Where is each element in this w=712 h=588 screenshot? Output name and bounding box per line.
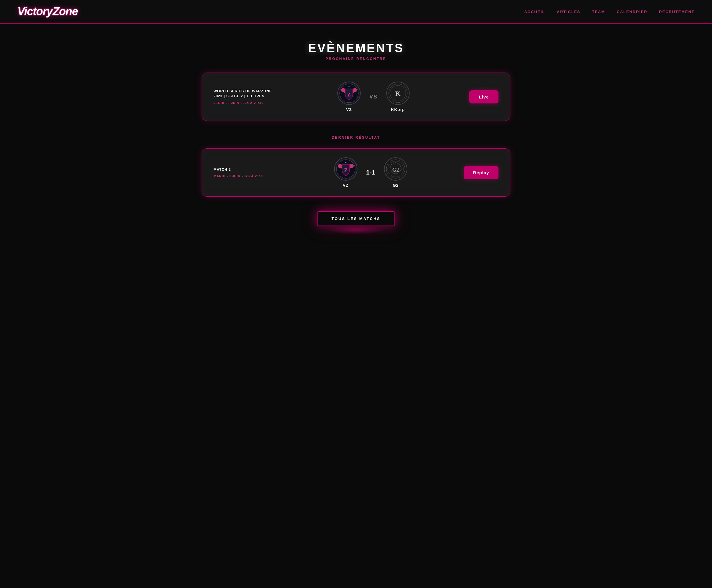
team-vz: Z VZ	[337, 82, 361, 112]
match-score: 1-1	[366, 169, 375, 176]
next-match-subtitle: PROCHAINE RENCONTRE	[201, 57, 511, 61]
logo: VictoryZone	[18, 5, 78, 18]
last-result-info: MATCH 2 MARDI 20 JUIN 2023 À 21:30	[214, 167, 278, 178]
g2-logo: G2	[384, 158, 407, 181]
vz-name: VZ	[346, 107, 352, 112]
g2-name: G2	[393, 183, 399, 188]
team-g2: G2 G2	[384, 158, 407, 188]
nav-links: ACCUEIL ARTICLES TEAM CALENDRIER RECRUTE…	[524, 9, 694, 14]
result-vz-name: VZ	[343, 183, 349, 188]
vz-logo: Z	[337, 82, 361, 105]
kkorp-logo: K	[386, 82, 410, 105]
next-match-tournament: WORLD SERIES OF WARZONE2023 | STAGE 2 | …	[214, 89, 278, 99]
all-matches-button[interactable]: TOUS LES MATCHS	[317, 211, 395, 226]
vs-label: VS	[369, 94, 377, 100]
next-match-info: WORLD SERIES OF WARZONE2023 | STAGE 2 | …	[214, 89, 278, 105]
result-vz-logo: Z	[334, 158, 358, 181]
navigation: VictoryZone ACCUEIL ARTICLES TEAM CALEND…	[0, 0, 712, 24]
next-match-card: WORLD SERIES OF WARZONE2023 | STAGE 2 | …	[201, 72, 511, 121]
team-kkorp: K KKorp	[386, 82, 410, 112]
kkorp-name: KKorp	[391, 107, 405, 112]
nav-accueil[interactable]: ACCUEIL	[524, 9, 545, 14]
next-match-date: JEUDI 20 JUIN 2024 À 21:30	[214, 101, 278, 105]
last-result-subtitle: DERNIER RÉSULTAT	[201, 135, 511, 140]
nav-calendrier[interactable]: CALENDRIER	[617, 9, 647, 14]
all-matches-container: TOUS LES MATCHS	[201, 211, 511, 226]
last-result-teams: Z VZ 1-1 G2	[278, 158, 464, 188]
svg-text:Z: Z	[347, 92, 351, 98]
nav-articles[interactable]: ARTICLES	[557, 9, 580, 14]
last-result-section: DERNIER RÉSULTAT MATCH 2 MARDI 20 JUIN 2…	[201, 135, 511, 197]
next-match-teams: Z VZ VS K	[278, 82, 469, 112]
svg-text:G2: G2	[392, 167, 399, 173]
live-button[interactable]: Live	[469, 90, 498, 103]
last-result-date: MARDI 20 JUIN 2023 À 21:30	[214, 174, 278, 178]
result-team-vz: Z VZ	[334, 158, 358, 188]
events-title: EVÈNEMENTS	[201, 41, 511, 55]
nav-recrutement[interactable]: RECRUTEMENT	[659, 9, 694, 14]
events-header: EVÈNEMENTS PROCHAINE RENCONTRE	[201, 41, 511, 61]
svg-text:K: K	[395, 90, 401, 97]
replay-button[interactable]: Replay	[464, 166, 498, 179]
last-result-header: DERNIER RÉSULTAT	[201, 135, 511, 140]
last-result-match-label: MATCH 2	[214, 167, 278, 172]
last-result-card: MATCH 2 MARDI 20 JUIN 2023 À 21:30 Z	[201, 148, 511, 197]
main-content: EVÈNEMENTS PROCHAINE RENCONTRE WORLD SER…	[196, 24, 516, 249]
nav-team[interactable]: TEAM	[592, 9, 605, 14]
svg-text:Z: Z	[344, 168, 347, 173]
